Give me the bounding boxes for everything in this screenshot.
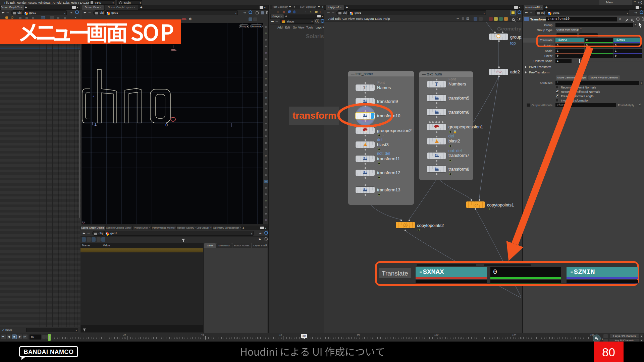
svg-text:-: - bbox=[233, 123, 234, 128]
svg-text:0: 0 bbox=[165, 122, 168, 127]
svg-text:1: 1 bbox=[94, 122, 97, 127]
